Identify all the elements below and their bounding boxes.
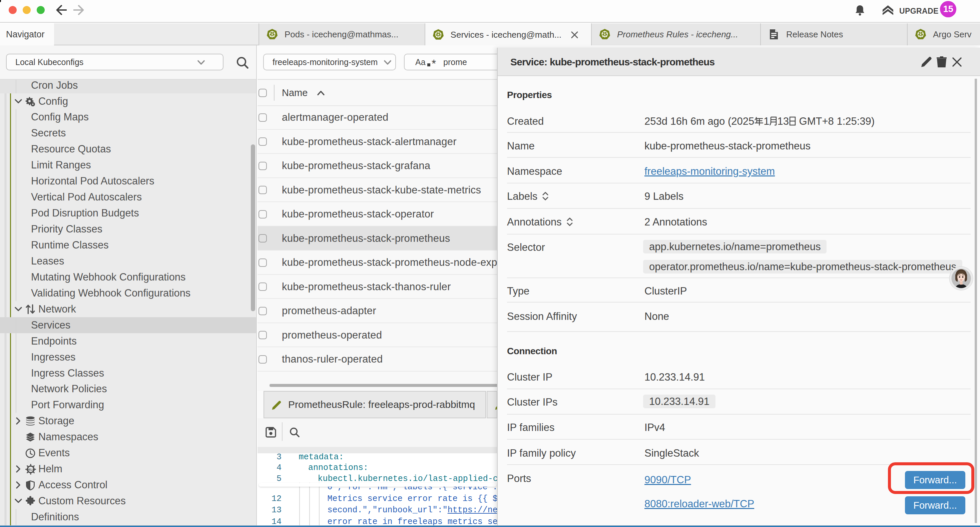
svg-text:HELM: HELM	[27, 468, 35, 471]
svg-text:*: *	[432, 59, 436, 67]
